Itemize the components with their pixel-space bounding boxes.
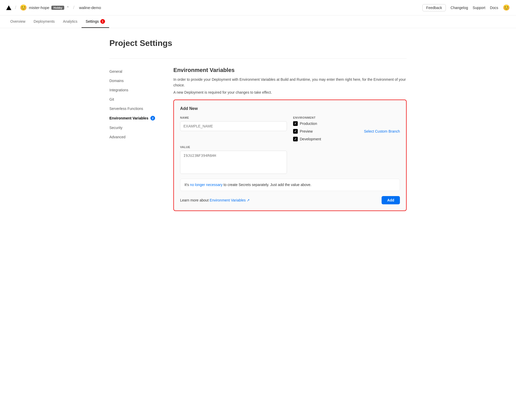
value-label: VALUE xyxy=(180,146,287,149)
sub-nav: Overview Deployments Analytics Settings … xyxy=(0,15,516,28)
form-row-value: VALUE xyxy=(180,146,400,175)
form-col-environment: ENVIRONMENT ✓ Production xyxy=(293,116,400,141)
form-row-name-env: NAME ENVIRONMENT ✓ Production xyxy=(180,116,400,141)
development-label: Development xyxy=(300,137,321,141)
sidebar-item-env-vars[interactable]: Environment Variables 2 xyxy=(109,113,161,123)
user-avatar-right: 😊 xyxy=(503,4,510,11)
sidebar-item-domains[interactable]: Domains xyxy=(109,76,161,85)
feedback-button[interactable]: Feedback xyxy=(422,4,446,11)
env-label: ENVIRONMENT xyxy=(293,116,400,119)
no-longer-necessary-link[interactable]: no longer necessary xyxy=(190,183,222,187)
section-desc-1: In order to provide your Deployment with… xyxy=(173,77,407,88)
name-input[interactable] xyxy=(180,121,287,131)
env-vars-learn-more-link[interactable]: Environment Variables ↗ xyxy=(209,198,250,202)
check-icon-2: ✓ xyxy=(294,130,297,133)
sidebar-item-integrations[interactable]: Integrations xyxy=(109,85,161,95)
add-new-title: Add New xyxy=(180,106,400,111)
main-content: Environment Variables In order to provid… xyxy=(173,67,407,211)
settings-badge: 1 xyxy=(100,19,105,24)
nav-separator-1: / xyxy=(15,5,16,10)
project-name[interactable]: waline-demo xyxy=(79,5,101,10)
checkbox-group: ✓ Production ✓ Preview xyxy=(293,121,400,141)
chevron-icon[interactable]: ⌃ xyxy=(66,6,69,10)
logo-icon[interactable] xyxy=(6,5,11,10)
preview-label: Preview xyxy=(300,129,313,133)
tab-deployments[interactable]: Deployments xyxy=(29,16,59,28)
learn-more: Learn more about Environment Variables ↗ xyxy=(180,198,250,202)
production-checkbox[interactable]: ✓ xyxy=(293,121,298,126)
sidebar-item-security[interactable]: Security xyxy=(109,123,161,132)
info-box: It's no longer necessary to create Secre… xyxy=(180,179,400,191)
value-textarea[interactable] xyxy=(180,151,287,174)
top-nav-right: Feedback Changelog Support Docs 😊 xyxy=(422,4,510,11)
checkbox-row-production: ✓ Production xyxy=(293,121,400,126)
preview-checkbox-inner: ✓ Preview xyxy=(293,129,313,134)
form-col-value-right xyxy=(293,146,400,175)
section-title: Environment Variables xyxy=(173,67,407,74)
sidebar-item-git[interactable]: Git xyxy=(109,95,161,104)
tab-settings[interactable]: Settings 1 xyxy=(82,15,109,28)
top-nav: / 😊 mister-hope Hobby ⌃ / waline-demo Fe… xyxy=(0,0,516,15)
select-custom-branch-link[interactable]: Select Custom Branch xyxy=(364,129,400,133)
top-nav-left: / 😊 mister-hope Hobby ⌃ / waline-demo xyxy=(6,4,422,11)
checkbox-row-preview: ✓ Preview Select Custom Branch xyxy=(293,129,400,134)
development-checkbox[interactable]: ✓ xyxy=(293,137,298,141)
name-label: NAME xyxy=(180,116,287,119)
check-icon-3: ✓ xyxy=(294,137,297,141)
hobby-badge: Hobby xyxy=(51,6,64,10)
form-footer: Learn more about Environment Variables ↗… xyxy=(180,196,400,204)
add-button[interactable]: Add xyxy=(382,196,400,204)
user-avatar: 😊 xyxy=(20,4,27,11)
divider xyxy=(109,58,407,59)
docs-link[interactable]: Docs xyxy=(490,6,498,10)
content-layout: General Domains Integrations Git Serverl… xyxy=(109,67,407,211)
tab-overview[interactable]: Overview xyxy=(6,16,29,28)
page-container: Project Settings General Domains Integra… xyxy=(103,28,413,221)
user-info: 😊 mister-hope Hobby ⌃ xyxy=(20,4,69,11)
production-label: Production xyxy=(300,122,317,126)
changelog-link[interactable]: Changelog xyxy=(450,6,468,10)
env-vars-badge: 2 xyxy=(150,116,155,120)
check-icon: ✓ xyxy=(294,122,297,125)
sidebar-item-serverless[interactable]: Serverless Functions xyxy=(109,104,161,113)
tab-analytics[interactable]: Analytics xyxy=(59,16,82,28)
sidebar-item-general[interactable]: General xyxy=(109,67,161,76)
section-note: A new Deployment is required for your ch… xyxy=(173,90,407,94)
form-col-value: VALUE xyxy=(180,146,287,175)
info-text-after: to create Secrets separately. Just add t… xyxy=(222,183,311,187)
learn-more-prefix: Learn more about xyxy=(180,198,209,202)
support-link[interactable]: Support xyxy=(473,6,485,10)
sidebar: General Domains Integrations Git Serverl… xyxy=(109,67,161,211)
info-text-before: It's xyxy=(184,183,190,187)
form-col-name: NAME xyxy=(180,116,287,141)
checkbox-row-development: ✓ Development xyxy=(293,137,400,141)
preview-checkbox[interactable]: ✓ xyxy=(293,129,298,134)
username: mister-hope xyxy=(29,5,49,10)
add-new-box: Add New NAME ENVIRONMENT ✓ xyxy=(173,100,407,211)
nav-separator-2: / xyxy=(73,5,74,10)
sidebar-item-advanced[interactable]: Advanced xyxy=(109,132,161,142)
page-title: Project Settings xyxy=(109,38,407,48)
